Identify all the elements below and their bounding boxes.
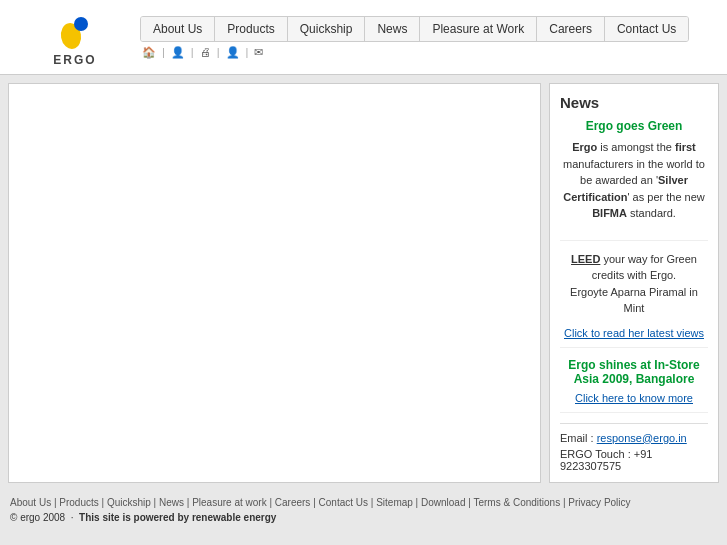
footer-sitemap[interactable]: Sitemap [376, 497, 413, 508]
nav-contact-us[interactable]: Contact Us [605, 17, 688, 41]
news-headline-3: Ergo shines at In-Store Asia 2009, Banga… [560, 358, 708, 386]
email-value[interactable]: response@ergo.in [597, 432, 687, 444]
footer-products[interactable]: Products [59, 497, 98, 508]
nav-products[interactable]: Products [215, 17, 287, 41]
person-icon[interactable]: 👤 [171, 46, 185, 59]
nav-pleasure-at-work[interactable]: Pleasure at Work [420, 17, 537, 41]
logo-svg [53, 8, 98, 53]
news-body-1: Ergo is amongst the first manufacturers … [560, 139, 708, 222]
logo-text: ERGO [53, 53, 96, 67]
touch-line: ERGO Touch : +91 9223307575 [560, 448, 708, 472]
footer-pleasure[interactable]: Pleasure at work [192, 497, 266, 508]
tagline-text: This site is powered by renewable energy [79, 512, 276, 523]
footer-terms[interactable]: Terms & Conditions [473, 497, 560, 508]
copyright-text: © ergo 2008 [10, 512, 65, 523]
footer-download[interactable]: Download [421, 497, 465, 508]
nav-careers[interactable]: Careers [537, 17, 605, 41]
content-area: News Ergo goes Green Ergo is amongst the… [0, 75, 727, 491]
person2-icon[interactable]: 👤 [226, 46, 240, 59]
nav-quickship[interactable]: Quickship [288, 17, 366, 41]
footer-news[interactable]: News [159, 497, 184, 508]
news-link-leed[interactable]: Click to read her latest views [560, 327, 708, 339]
home-icon[interactable]: 🏠 [142, 46, 156, 59]
nav-about-us[interactable]: About Us [141, 17, 215, 41]
main-panel [8, 83, 541, 483]
email-icon[interactable]: ✉ [254, 46, 263, 59]
main-nav: About Us Products Quickship News Pleasur… [140, 16, 689, 42]
footer-privacy[interactable]: Privacy Policy [568, 497, 630, 508]
email-label: Email : [560, 432, 594, 444]
svg-point-1 [74, 17, 88, 31]
footer-copyright: © ergo 2008 · This site is powered by re… [0, 510, 727, 533]
sidebar-news-title: News [560, 94, 708, 111]
toolbar-icons: 🏠 | 👤 | 🖨 | 👤 | ✉ [140, 46, 717, 59]
header: ERGO About Us Products Quickship News Pl… [0, 0, 727, 75]
news-section-2: LEED your way for Green credits with Erg… [560, 251, 708, 348]
footer-links: About Us | Products | Quickship | News |… [0, 491, 727, 510]
news-section-3: Ergo shines at In-Store Asia 2009, Banga… [560, 358, 708, 413]
printer-icon[interactable]: 🖨 [200, 46, 211, 58]
nav-news[interactable]: News [365, 17, 420, 41]
contact-area: Email : response@ergo.in ERGO Touch : +9… [560, 423, 708, 472]
news-section-1: Ergo goes Green Ergo is amongst the firs… [560, 119, 708, 241]
news-body-2: LEED your way for Green credits with Erg… [560, 251, 708, 317]
sidebar: News Ergo goes Green Ergo is amongst the… [549, 83, 719, 483]
news-headline-1: Ergo goes Green [560, 119, 708, 133]
footer-contact[interactable]: Contact Us [319, 497, 368, 508]
footer-careers[interactable]: Careers [275, 497, 311, 508]
footer-about-us[interactable]: About Us [10, 497, 51, 508]
nav-area: About Us Products Quickship News Pleasur… [140, 16, 717, 59]
footer-quickship[interactable]: Quickship [107, 497, 151, 508]
email-line: Email : response@ergo.in [560, 432, 708, 444]
news-link-asia[interactable]: Click here to know more [560, 392, 708, 404]
touch-label: ERGO Touch : [560, 448, 631, 460]
logo-area: ERGO [10, 8, 140, 67]
